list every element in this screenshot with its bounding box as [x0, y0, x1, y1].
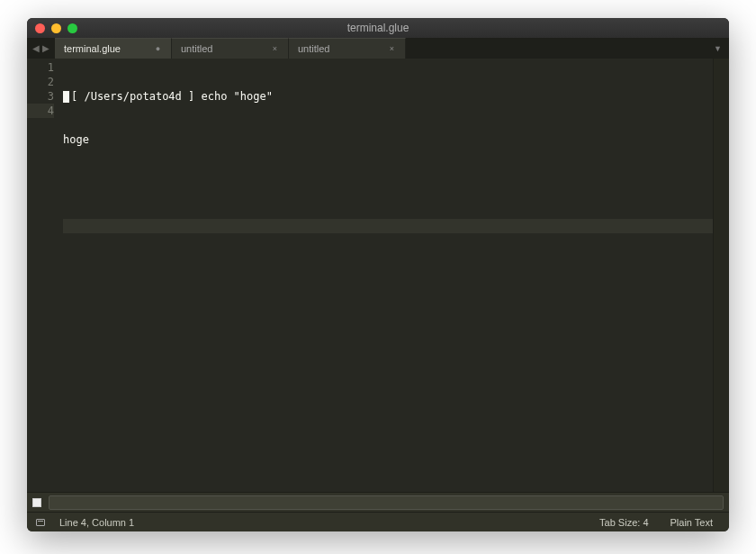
- status-syntax[interactable]: Plain Text: [663, 517, 721, 528]
- close-icon[interactable]: ×: [388, 44, 396, 53]
- tab-nav-arrows[interactable]: ◀ ▶: [27, 38, 55, 59]
- minimize-button[interactable]: [51, 23, 61, 33]
- gutter-line-number: 1: [27, 60, 54, 75]
- tab-untitled-1[interactable]: untitled ×: [172, 38, 289, 59]
- nav-right-icon: ▶: [42, 43, 50, 53]
- tab-label: untitled: [181, 43, 212, 54]
- close-icon[interactable]: ×: [271, 44, 279, 53]
- line-gutter: 1 2 3 4: [27, 59, 59, 492]
- editor-window: terminal.glue ◀ ▶ terminal.glue ● untitl…: [27, 18, 729, 531]
- dirty-icon: ●: [154, 44, 162, 53]
- code-line: [63, 176, 713, 190]
- editor-area[interactable]: 1 2 3 4 [ /Users/potato4d ] echo "hoge" …: [27, 59, 729, 492]
- code-line: [ /Users/potato4d ] echo "hoge": [63, 89, 713, 104]
- tab-bar: ◀ ▶ terminal.glue ● untitled × untitled …: [27, 38, 729, 59]
- titlebar: terminal.glue: [27, 18, 729, 38]
- chevron-down-icon: ▼: [714, 44, 722, 53]
- tab-label: terminal.glue: [64, 43, 121, 54]
- code-content[interactable]: [ /Users/potato4d ] echo "hoge" hoge: [59, 59, 713, 492]
- command-input[interactable]: [49, 495, 724, 510]
- gutter-line-number: 3: [27, 89, 54, 104]
- gutter-line-number: 2: [27, 75, 54, 89]
- traffic-lights: [27, 23, 77, 33]
- tab-label: untitled: [298, 43, 329, 54]
- maximize-button[interactable]: [68, 23, 77, 33]
- status-tabsize[interactable]: Tab Size: 4: [592, 517, 655, 528]
- code-text: [ /Users/potato4d ] echo "hoge": [71, 90, 273, 103]
- code-line: [63, 219, 713, 233]
- tab-terminal-glue[interactable]: terminal.glue ●: [55, 38, 172, 59]
- command-bar: [27, 492, 729, 512]
- minimap[interactable]: [713, 59, 729, 492]
- prompt-cursor-icon: [63, 91, 69, 103]
- close-button[interactable]: [35, 23, 45, 33]
- status-bar: Line 4, Column 1 Tab Size: 4 Plain Text: [27, 512, 729, 531]
- nav-left-icon: ◀: [32, 43, 40, 53]
- command-prompt-icon: [32, 498, 41, 507]
- tab-dropdown[interactable]: ▼: [706, 38, 729, 59]
- code-line: hoge: [63, 132, 713, 147]
- menu-icon[interactable]: [36, 519, 45, 526]
- status-position[interactable]: Line 4, Column 1: [52, 517, 141, 528]
- gutter-line-number: 4: [27, 104, 54, 118]
- window-title: terminal.glue: [27, 22, 729, 34]
- tab-untitled-2[interactable]: untitled ×: [289, 38, 406, 59]
- code-text: hoge: [63, 133, 89, 146]
